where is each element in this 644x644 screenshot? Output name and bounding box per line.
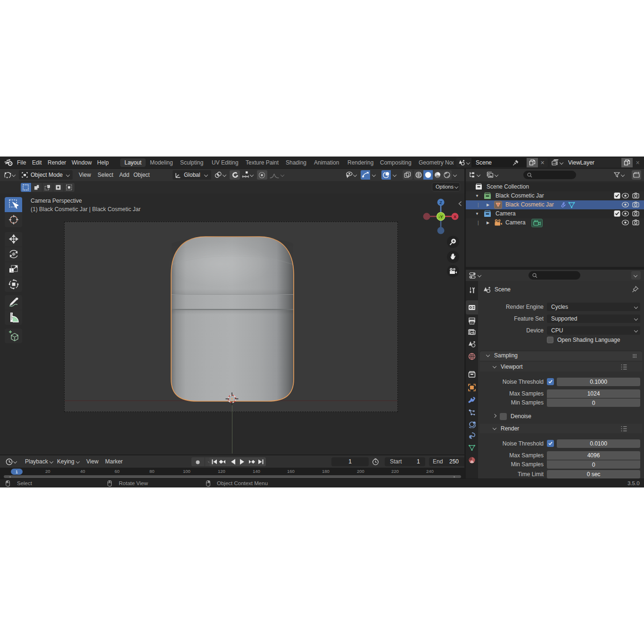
svg-text:-Y: -Y	[439, 215, 443, 219]
svg-text:Z: Z	[439, 200, 442, 205]
svg-text:X: X	[454, 215, 456, 219]
